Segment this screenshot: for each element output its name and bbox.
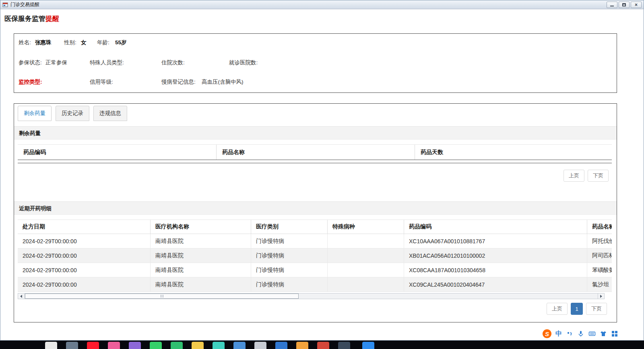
minimize-button[interactable] [607,2,617,8]
patient-info-box: 姓名: 张惠珠 性别: 女 年龄: 55岁 参保状态: 正常参保 特殊人员类型:… [14,33,617,93]
special-type-label: 特殊人员类型: [90,58,124,68]
ime-mode-chinese[interactable]: 中 [555,330,562,338]
maximize-button[interactable] [619,2,630,8]
close-button[interactable]: × [631,2,642,8]
tab-violations[interactable]: 违规信息 [93,106,127,121]
cell-category: 门诊慢特病 [251,277,328,292]
ime-skin-icon[interactable] [600,330,607,337]
tab-history[interactable]: 历史记录 [56,106,89,121]
cell-drug-name: 阿司匹林 [587,248,612,263]
taskbar-app-icon[interactable] [338,342,350,349]
scroll-left-button[interactable] [18,294,25,299]
taskbar-app-icon[interactable] [66,342,78,349]
recent-prev-button[interactable]: 上页 [547,303,568,315]
taskbar[interactable] [0,341,644,349]
cell-drug-code: XC09CAL245A001020404647 [404,277,587,292]
scrollbar-grip [162,295,162,298]
remaining-col-drug-code: 药品编码 [18,145,217,160]
table-row[interactable]: 2024-02-29T00:00:00 南靖县医院 门诊慢特病 XB01ACA0… [18,248,612,263]
cell-date: 2024-02-29T00:00:00 [18,263,151,277]
monitor-type-label: 监控类型: [19,77,42,87]
cell-special [328,277,404,292]
table-row[interactable]: 2024-02-29T00:00:00 南靖县医院 门诊慢特病 XC09CAL2… [18,277,612,292]
main-panel: 剩余药量 历史记录 违规信息 剩余药量 药品编码 药品名称 药品天数 上页 下页… [14,103,617,322]
scrollbar-thumb[interactable] [25,294,299,299]
tab-remaining-medication[interactable]: 剩余药量 [18,106,52,121]
patient-info-row-3: 监控类型: 信用等级: 慢病登记信息: 高血压(含脑中风) [14,77,617,87]
taskbar-app-icon[interactable] [45,342,57,349]
cell-drug-name: 氯沙坦 [587,277,612,292]
hospital-count-label: 就诊医院数: [229,58,258,68]
cell-drug-code: XC08CAA187A001010304658 [404,263,587,277]
ime-mic-icon[interactable] [577,330,584,337]
patient-info-row-1: 姓名: 张惠珠 性别: 女 年龄: 55岁 [14,38,617,47]
recent-col-category: 医疗类别 [251,220,328,234]
name-value: 张惠珠 [35,38,52,47]
scroll-left-icon [20,295,22,298]
table-row[interactable]: 2024-02-29T00:00:00 南靖县医院 门诊慢特病 XC08CAA1… [18,263,612,277]
sogou-logo-icon[interactable]: S [543,329,551,338]
remaining-prev-button[interactable]: 上页 [564,170,584,182]
ime-toolbox-icon[interactable] [611,330,618,337]
minimize-icon [610,6,614,6]
remaining-table-empty-row [18,160,612,163]
taskbar-app-icon[interactable] [254,342,266,349]
taskbar-app-icon[interactable] [150,342,162,349]
taskbar-app-icon[interactable] [362,342,374,349]
recent-col-drug-code: 药品编码 [404,220,587,234]
cell-drug-code: XC10AAA067A001010881767 [404,234,587,248]
horizontal-scrollbar[interactable] [18,293,605,299]
scroll-right-icon [600,295,602,298]
taskbar-app-icon[interactable] [296,342,308,349]
taskbar-app-icon[interactable] [108,342,120,349]
cell-category: 门诊慢特病 [251,263,328,277]
taskbar-app-icon[interactable] [171,342,183,349]
cell-institution: 南靖县医院 [151,277,251,292]
chronic-info-value: 高血压(含脑中风) [202,77,244,87]
gender-value: 女 [81,38,87,47]
cell-special [328,248,404,263]
remaining-next-button[interactable]: 下页 [588,170,609,182]
cell-category: 门诊慢特病 [251,248,328,263]
insured-status-label: 参保状态: [19,58,42,68]
remaining-col-drug-name: 药品名称 [217,145,415,160]
maximize-icon [622,3,626,6]
cell-drug-name: 苯磺酸氨 [587,263,612,277]
taskbar-app-icon[interactable] [233,342,246,349]
remaining-table-header: 药品编码 药品名称 药品天数 [18,144,612,160]
gender-label: 性别: [64,38,76,47]
scroll-right-button[interactable] [598,294,604,299]
taskbar-app-icon[interactable] [192,342,204,349]
taskbar-app-icon[interactable] [317,342,329,349]
page-title-black: 医保服务监管 [4,15,45,23]
recent-table-header: 处方日期 医疗机构名称 医疗类别 特殊病种 药品编码 药品名称 [18,220,612,234]
recent-col-drug-name: 药品名称 [587,220,612,234]
ime-toolbar: S 中 [543,328,618,339]
scrollbar-grip [163,295,163,298]
age-label: 年龄: [97,38,109,47]
recent-next-button[interactable]: 下页 [586,303,607,315]
taskbar-app-icon[interactable] [275,342,287,349]
recent-col-date: 处方日期 [18,220,151,234]
taskbar-app-icon[interactable] [129,342,141,349]
remaining-section-title: 剩余药量 [14,126,617,140]
recent-section-title: 近期开药明细 [14,201,617,215]
recent-col-special: 特殊病种 [328,220,404,234]
scrollbar-grip [161,295,161,298]
cell-date: 2024-02-29T00:00:00 [18,234,151,248]
recent-current-page[interactable]: 1 [571,303,583,315]
remaining-pagination: 上页 下页 [564,170,609,182]
taskbar-app-icon[interactable] [213,342,225,349]
cell-institution: 南靖县医院 [151,263,251,277]
ime-keyboard-icon[interactable] [588,330,596,337]
patient-info-row-2: 参保状态: 正常参保 特殊人员类型: 住院次数: 就诊医院数: [14,58,617,68]
recent-pagination: 上页 1 下页 [547,303,607,315]
taskbar-app-icon[interactable] [87,342,99,349]
ime-punctuation-icon[interactable] [566,330,573,337]
table-row[interactable]: 2024-02-29T00:00:00 南靖县医院 门诊慢特病 XC10AAA0… [18,234,612,248]
cell-special [328,263,404,277]
admissions-label: 住院次数: [161,58,185,68]
credit-level-label: 信用等级: [90,77,113,87]
titlebar[interactable]: 门诊交易提醒 × [0,0,644,9]
cell-institution: 南靖县医院 [151,248,251,263]
